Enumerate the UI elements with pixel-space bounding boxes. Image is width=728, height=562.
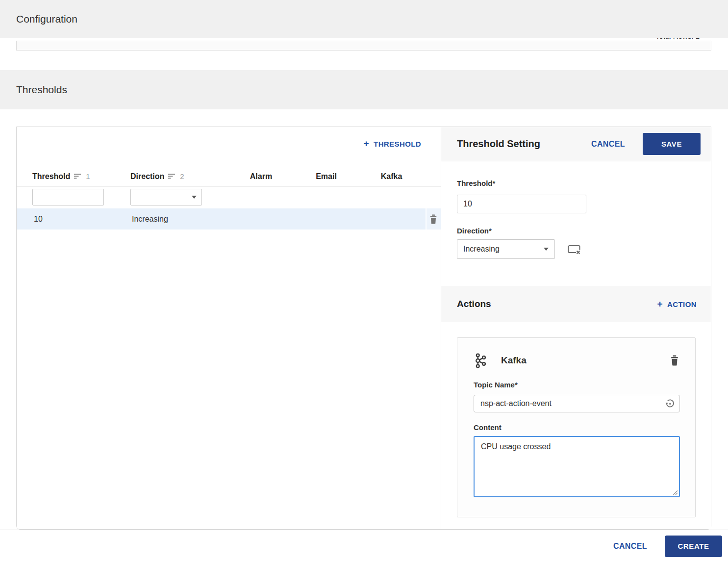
actions-title: Actions (457, 299, 491, 309)
kafka-card-title: Kafka (501, 355, 527, 366)
plus-icon: + (364, 139, 370, 148)
table-row: 10 Increasing (17, 208, 441, 230)
cancel-threshold-button[interactable]: CANCEL (591, 140, 625, 149)
direction-selected-value: Increasing (463, 245, 500, 254)
threshold-field-label: Threshold* (457, 179, 711, 188)
threshold-setting-form: Threshold* Direction* Increasing (441, 161, 711, 259)
delete-kafka-action-button[interactable] (670, 355, 679, 366)
content-field: CPU usage crossed (474, 436, 680, 497)
trash-icon (670, 355, 679, 366)
save-threshold-button[interactable]: SAVE (643, 133, 701, 155)
configuration-title: Configuration (16, 13, 77, 25)
cell-threshold: 10 (34, 215, 132, 224)
kafka-action-card: Kafka Topic Name* (457, 337, 696, 517)
add-action-button[interactable]: + ACTION (657, 300, 697, 308)
direction-select[interactable]: Increasing (457, 239, 555, 259)
page-footer: CANCEL CREATE (0, 530, 728, 562)
add-threshold-button[interactable]: + THRESHOLD (364, 140, 421, 148)
table-filter-row (17, 187, 441, 208)
thresholds-title: Thresholds (16, 84, 67, 96)
trash-icon (429, 214, 437, 224)
add-threshold-label: THRESHOLD (374, 140, 421, 148)
topic-name-label: Topic Name* (474, 381, 679, 389)
direction-field-label: Direction* (457, 227, 711, 235)
thresholds-panel: + THRESHOLD Threshold 1 Direction 2 Alar… (16, 127, 711, 530)
cell-direction: Increasing (132, 215, 230, 224)
plus-icon: + (657, 299, 663, 308)
column-header-kafka[interactable]: Kafka (359, 172, 424, 181)
restore-topic-button[interactable] (664, 398, 676, 409)
topic-name-field (474, 395, 680, 412)
add-action-label: ACTION (667, 300, 697, 308)
direction-select-row: Increasing (457, 239, 711, 259)
thresholds-table: + THRESHOLD Threshold 1 Direction 2 Alar… (17, 127, 441, 529)
create-button[interactable]: CREATE (665, 536, 722, 557)
sort-icon (168, 173, 176, 179)
actions-section-header: Actions + ACTION (441, 286, 711, 322)
table-header-row: Threshold 1 Direction 2 Alarm Email Ka (17, 166, 441, 187)
clipped-previous-section (16, 41, 711, 51)
thresholds-section-bar: Thresholds (0, 70, 728, 109)
sort-order-badge: 2 (180, 172, 184, 180)
history-restore-icon (664, 398, 676, 409)
threshold-setting-panel: Threshold Setting CANCEL SAVE Threshold*… (441, 127, 711, 529)
sort-icon (74, 173, 82, 179)
direction-filter-select[interactable] (130, 189, 202, 205)
threshold-row-selected[interactable]: 10 Increasing (17, 208, 426, 230)
configuration-section-bar: Configuration (0, 0, 728, 38)
column-header-alarm[interactable]: Alarm (228, 172, 294, 181)
cancel-create-button[interactable]: CANCEL (613, 542, 647, 551)
clear-direction-button[interactable] (567, 243, 581, 255)
content-textarea[interactable]: CPU usage crossed (474, 436, 680, 497)
caret-down-icon (544, 248, 549, 251)
threshold-setting-title: Threshold Setting (457, 138, 540, 150)
kafka-card-header: Kafka (474, 352, 679, 369)
caret-down-icon (192, 196, 197, 199)
sort-order-badge: 1 (86, 172, 90, 180)
kafka-icon (474, 353, 488, 369)
topic-name-input[interactable] (474, 395, 680, 412)
threshold-value-input[interactable] (457, 195, 586, 213)
column-header-email[interactable]: Email (294, 172, 359, 181)
content-label: Content (474, 423, 679, 432)
threshold-filter-input[interactable] (32, 189, 104, 205)
column-header-threshold[interactable]: Threshold 1 (32, 172, 130, 181)
clear-field-icon (567, 243, 581, 255)
threshold-setting-header: Threshold Setting CANCEL SAVE (441, 127, 711, 161)
column-header-direction[interactable]: Direction 2 (130, 172, 228, 181)
delete-threshold-row-button[interactable] (427, 208, 441, 230)
